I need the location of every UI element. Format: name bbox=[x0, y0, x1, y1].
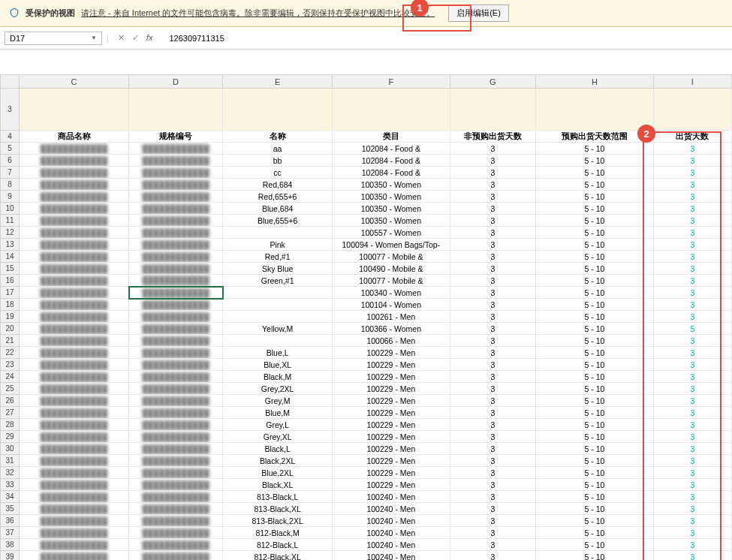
col-header-C[interactable]: C bbox=[20, 75, 129, 89]
table-row[interactable]: 7████████████████████████cc102084 - Food… bbox=[1, 167, 732, 179]
row-header[interactable]: 17 bbox=[1, 287, 20, 299]
cell[interactable]: ████████████ bbox=[129, 239, 223, 251]
cell[interactable]: ████████████ bbox=[20, 251, 129, 263]
cell[interactable]: 5 - 10 bbox=[536, 299, 653, 311]
cell[interactable]: ████████████ bbox=[129, 263, 223, 275]
cell[interactable]: 100240 - Men bbox=[333, 551, 450, 561]
cell[interactable]: 3 bbox=[653, 335, 731, 347]
row-header[interactable]: 11 bbox=[1, 215, 20, 227]
cell[interactable]: 3 bbox=[653, 299, 731, 311]
cell[interactable]: ████████████ bbox=[129, 467, 223, 479]
cell[interactable] bbox=[333, 89, 450, 131]
cell[interactable]: 5 bbox=[653, 323, 731, 335]
cell[interactable]: 100557 - Women bbox=[333, 227, 450, 239]
cell[interactable]: 5 - 10 bbox=[536, 491, 653, 503]
cell[interactable]: 3 bbox=[450, 251, 536, 263]
header-cell[interactable]: 出货天数 bbox=[653, 131, 731, 143]
cell[interactable]: ████████████ bbox=[129, 395, 223, 407]
cell[interactable]: 3 bbox=[450, 203, 536, 215]
cell[interactable]: 100229 - Men bbox=[333, 419, 450, 431]
cell[interactable]: Blue,684 bbox=[223, 203, 333, 215]
row-header[interactable]: 32 bbox=[1, 467, 20, 479]
cell[interactable]: 3 bbox=[653, 455, 731, 467]
cell[interactable]: Blue,655+6 bbox=[223, 215, 333, 227]
cell[interactable]: 813-Black,2XL bbox=[223, 515, 333, 527]
table-row[interactable]: 16████████████████████████Green,#1100077… bbox=[1, 275, 732, 287]
cell[interactable]: ████████████ bbox=[129, 455, 223, 467]
cell[interactable]: ████████████ bbox=[20, 467, 129, 479]
cell[interactable]: 3 bbox=[450, 371, 536, 383]
cell[interactable]: Grey,2XL bbox=[223, 383, 333, 395]
header-cell[interactable]: 预购出货天数范围 bbox=[536, 131, 653, 143]
cell[interactable]: ████████████ bbox=[20, 431, 129, 443]
row-header[interactable]: 26 bbox=[1, 395, 20, 407]
header-cell[interactable]: 规格编号 bbox=[129, 131, 223, 143]
row-header[interactable]: 3 bbox=[1, 89, 20, 131]
cell[interactable]: 3 bbox=[653, 251, 731, 263]
cell[interactable]: 5 - 10 bbox=[536, 179, 653, 191]
cell[interactable]: 5 - 10 bbox=[536, 503, 653, 515]
cell[interactable]: 5 - 10 bbox=[536, 359, 653, 371]
table-row[interactable]: 27████████████████████████Blue,M100229 -… bbox=[1, 407, 732, 419]
cell[interactable]: 3 bbox=[653, 371, 731, 383]
cell[interactable] bbox=[223, 335, 333, 347]
cell[interactable]: 3 bbox=[450, 455, 536, 467]
header-cell[interactable]: 非预购出货天数 bbox=[450, 131, 536, 143]
protected-view-message[interactable]: 请注意 - 来自 Internet 的文件可能包含病毒。除非需要编辑，否则保持在… bbox=[81, 8, 435, 19]
row-header[interactable]: 19 bbox=[1, 311, 20, 323]
cell[interactable]: 100240 - Men bbox=[333, 503, 450, 515]
header-cell[interactable]: 商品名称 bbox=[20, 131, 129, 143]
frozen-row[interactable]: 3 bbox=[1, 89, 732, 131]
cell[interactable]: ████████████ bbox=[20, 383, 129, 395]
cell[interactable] bbox=[223, 89, 333, 131]
cell[interactable]: 3 bbox=[653, 383, 731, 395]
cell[interactable]: 3 bbox=[450, 491, 536, 503]
row-header[interactable]: 39 bbox=[1, 551, 20, 561]
cell[interactable]: 3 bbox=[653, 527, 731, 539]
table-row[interactable]: 35████████████████████████813-Black,XL10… bbox=[1, 503, 732, 515]
row-header[interactable]: 35 bbox=[1, 503, 20, 515]
cell[interactable]: ████████████ bbox=[20, 215, 129, 227]
cell[interactable]: ████████████ bbox=[20, 491, 129, 503]
table-header-row[interactable]: 4 商品名称 规格编号 名称 类目 非预购出货天数 预购出货天数范围 出货天数 bbox=[1, 131, 732, 143]
cell[interactable]: ████████████ bbox=[20, 227, 129, 239]
col-header-H[interactable]: H bbox=[536, 75, 653, 89]
cell[interactable]: ████████████ bbox=[20, 503, 129, 515]
cell[interactable]: 3 bbox=[450, 395, 536, 407]
cell[interactable]: ████████████ bbox=[20, 311, 129, 323]
table-row[interactable]: 34████████████████████████813-Black,L100… bbox=[1, 491, 732, 503]
table-row[interactable]: 14████████████████████████Red,#1100077 -… bbox=[1, 251, 732, 263]
cell[interactable]: 3 bbox=[450, 299, 536, 311]
cell[interactable]: 813-Black,L bbox=[223, 491, 333, 503]
cell[interactable]: 5 - 10 bbox=[536, 167, 653, 179]
cell[interactable]: ████████████ bbox=[129, 407, 223, 419]
cell[interactable]: 3 bbox=[450, 527, 536, 539]
cell[interactable]: 3 bbox=[450, 443, 536, 455]
cell[interactable]: 3 bbox=[653, 347, 731, 359]
chevron-down-icon[interactable]: ▼ bbox=[91, 35, 97, 41]
cell[interactable]: ████████████ bbox=[20, 143, 129, 155]
row-header[interactable]: 10 bbox=[1, 203, 20, 215]
cell[interactable]: 3 bbox=[653, 191, 731, 203]
cell[interactable]: 100229 - Men bbox=[333, 479, 450, 491]
cell[interactable]: 100350 - Women bbox=[333, 215, 450, 227]
table-row[interactable]: 39████████████████████████812-Black,XL10… bbox=[1, 551, 732, 561]
cell[interactable] bbox=[223, 227, 333, 239]
cell[interactable]: 3 bbox=[450, 407, 536, 419]
cell[interactable]: 5 - 10 bbox=[536, 479, 653, 491]
cell[interactable]: 3 bbox=[653, 479, 731, 491]
cell[interactable]: 3 bbox=[653, 239, 731, 251]
cell[interactable]: Black,L bbox=[223, 443, 333, 455]
cell[interactable]: ████████████ bbox=[129, 323, 223, 335]
cell[interactable]: ████████████ bbox=[129, 539, 223, 551]
cell[interactable]: 100229 - Men bbox=[333, 431, 450, 443]
cell[interactable]: ████████████ bbox=[20, 347, 129, 359]
table-row[interactable]: 22████████████████████████Blue,L100229 -… bbox=[1, 347, 732, 359]
cell[interactable]: 812-Black,XL bbox=[223, 551, 333, 561]
cell[interactable]: Yellow,M bbox=[223, 323, 333, 335]
cell[interactable] bbox=[450, 89, 536, 131]
cell[interactable]: 5 - 10 bbox=[536, 275, 653, 287]
row-header[interactable]: 27 bbox=[1, 407, 20, 419]
cell[interactable]: 3 bbox=[653, 263, 731, 275]
cell[interactable]: Blue,XL bbox=[223, 359, 333, 371]
